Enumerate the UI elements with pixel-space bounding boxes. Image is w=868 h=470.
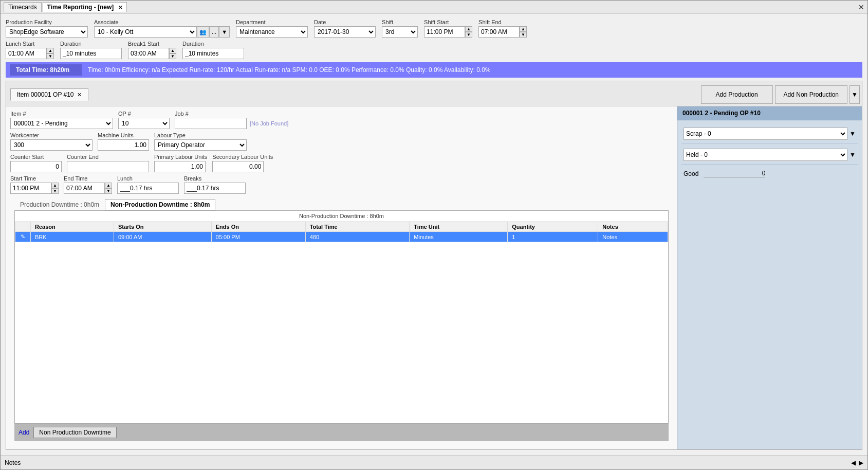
shift-start-down[interactable]: ▼ xyxy=(465,32,472,38)
end-time-input[interactable] xyxy=(64,183,105,194)
lunch-hrs-input[interactable] xyxy=(117,183,179,194)
lunch-start-down[interactable]: ▼ xyxy=(47,53,54,59)
window-close-button[interactable]: ✕ xyxy=(858,3,864,11)
workcenter-select[interactable]: 300 xyxy=(10,139,93,151)
breaks-hrs-input[interactable] xyxy=(184,183,246,194)
labour-type-select[interactable]: Primary Operator xyxy=(154,139,247,151)
break1-down[interactable]: ▼ xyxy=(169,53,176,59)
notes-next-icon[interactable]: ▶ xyxy=(859,459,863,466)
start-time-down[interactable]: ▼ xyxy=(51,188,59,194)
scrap-dropdown-arrow[interactable]: ▼ xyxy=(849,130,856,137)
add-production-button[interactable]: Add Production xyxy=(701,85,773,104)
break1-duration-input[interactable] xyxy=(182,48,244,59)
break1-up[interactable]: ▲ xyxy=(169,48,176,53)
item-tab-row: Item 000001 OP #10 ✕ Add Production Add … xyxy=(6,81,862,106)
shift-start-spin: ▲ ▼ xyxy=(424,26,472,38)
shift-start-up[interactable]: ▲ xyxy=(465,26,472,32)
machine-units-label: Machine Units xyxy=(98,132,149,138)
primary-labour-label: Primary Labour Units xyxy=(154,154,207,160)
held-dropdown-arrow[interactable]: ▼ xyxy=(849,151,856,158)
shift-select[interactable]: 3rd xyxy=(382,26,418,38)
end-time-up[interactable]: ▲ xyxy=(105,183,112,188)
end-time-spinners: ▲ ▼ xyxy=(105,183,112,194)
department-select[interactable]: Maintenance xyxy=(236,26,308,38)
associate-dropdown-button[interactable]: ▼ xyxy=(219,26,230,38)
lunch-hrs-group: Lunch xyxy=(117,175,179,194)
row-total-time: 480 xyxy=(305,232,410,242)
op-num-group: OP # 10 xyxy=(118,111,170,129)
production-downtime-tab[interactable]: Production Downtime : 0h0m xyxy=(14,199,105,210)
secondary-labour-input[interactable] xyxy=(212,161,264,172)
end-time-down[interactable]: ▼ xyxy=(105,188,112,194)
start-time-input[interactable] xyxy=(10,183,51,194)
associate-select[interactable]: 10 - Kelly Ott xyxy=(94,26,197,38)
secondary-labour-label: Secondary Labour Units xyxy=(212,154,273,160)
shift-end-down[interactable]: ▼ xyxy=(520,32,527,38)
end-time-label: End Time xyxy=(64,175,112,182)
row-edit-icon[interactable]: ✎ xyxy=(15,232,31,242)
notes-prev-icon[interactable]: ◀ xyxy=(851,459,856,466)
date-select[interactable]: 2017-01-30 xyxy=(314,26,376,38)
held-select[interactable]: Held - 0 xyxy=(684,149,847,161)
shift-end-input[interactable] xyxy=(478,26,520,38)
right-panel-header: 000001 2 - Pending OP #10 xyxy=(677,106,862,120)
scrap-select[interactable]: Scrap - 0 xyxy=(684,128,847,140)
break1-start-input[interactable] xyxy=(128,48,169,59)
op-num-label: OP # xyxy=(118,111,170,117)
item-num-group: Item # 000001 2 - Pending xyxy=(10,111,113,129)
item-num-select[interactable]: 000001 2 - Pending xyxy=(10,118,113,129)
tab-time-reporting[interactable]: Time Reporting - [new] ✕ xyxy=(43,2,127,12)
tab-close-icon[interactable]: ✕ xyxy=(118,5,122,10)
table-row[interactable]: ✎ BRK 09:00 AM 05:00 PM 480 Minutes 1 No… xyxy=(15,232,668,242)
panel-collapse-button[interactable]: ▼ xyxy=(849,85,860,104)
machine-units-input[interactable] xyxy=(98,139,149,151)
counter-start-input[interactable] xyxy=(10,161,62,172)
shift-label: Shift xyxy=(382,19,418,25)
non-production-downtime-tab[interactable]: Non-Production Downtime : 8h0m xyxy=(105,199,215,210)
primary-labour-input[interactable] xyxy=(154,161,206,172)
shift-end-up[interactable]: ▲ xyxy=(520,26,527,32)
lunch-start-up[interactable]: ▲ xyxy=(47,48,54,53)
job-num-input[interactable] xyxy=(175,118,247,129)
associate-people-button[interactable]: 👥 xyxy=(197,26,209,38)
item-tab[interactable]: Item 000001 OP #10 ✕ xyxy=(10,88,88,101)
shift-start-input[interactable] xyxy=(424,26,465,38)
start-time-up[interactable]: ▲ xyxy=(51,183,59,188)
counter-start-label: Counter Start xyxy=(10,154,62,160)
item-tab-close-icon[interactable]: ✕ xyxy=(77,92,82,98)
right-panel: 000001 2 - Pending OP #10 Scrap - 0 ▼ xyxy=(677,106,862,449)
col-total-time: Total Time xyxy=(305,222,410,232)
action-buttons: Add Production Add Non Production ▼ xyxy=(699,83,862,106)
titlebar: Timecards Time Reporting - [new] ✕ ✕ xyxy=(1,1,867,14)
good-row: Good xyxy=(681,167,858,180)
lunch-start-input[interactable] xyxy=(6,48,47,59)
non-production-downtime-button[interactable]: Non Production Downtime xyxy=(33,427,116,438)
tab-timecards[interactable]: Timecards xyxy=(4,2,42,12)
downtime-section: Production Downtime : 0h0m Non-Productio… xyxy=(10,197,673,445)
add-non-production-button[interactable]: Add Non Production xyxy=(775,85,847,104)
notes-bar: Notes ◀ ▶ xyxy=(1,455,867,469)
lunch-start-label: Lunch Start xyxy=(6,41,54,47)
associate-field: Associate 10 - Kelly Ott 👥 ... ▼ xyxy=(94,19,230,38)
secondary-labour-group: Secondary Labour Units xyxy=(212,154,273,172)
good-input[interactable] xyxy=(704,170,765,177)
associate-label: Associate xyxy=(94,19,230,25)
total-time: Total Time: 8h20m xyxy=(10,64,82,76)
shift-end-spin: ▲ ▼ xyxy=(478,26,527,38)
start-time-spin: ▲ ▼ xyxy=(10,183,59,194)
row-time-unit: Minutes xyxy=(410,232,508,242)
counter-end-input[interactable] xyxy=(67,161,149,172)
start-time-group: Start Time ▲ ▼ xyxy=(10,175,59,194)
break1-start-spinners: ▲ ▼ xyxy=(169,48,176,59)
machine-units-group: Machine Units xyxy=(98,132,149,151)
lunch-duration-input[interactable] xyxy=(60,48,122,59)
col-time-unit: Time Unit xyxy=(410,222,508,232)
lunch-break-row: Lunch Start ▲ ▼ Duration Break1 Start xyxy=(6,41,862,59)
break1-start-field: Break1 Start ▲ ▼ xyxy=(128,41,176,59)
stats-details: Time: 0h0m Efficiency: n/a Expected Run-… xyxy=(82,64,858,76)
production-facility-select[interactable]: ShopEdge Software xyxy=(6,26,88,38)
end-time-group: End Time ▲ ▼ xyxy=(64,175,112,194)
associate-dots-button[interactable]: ... xyxy=(209,26,219,38)
add-downtime-button[interactable]: Add xyxy=(19,429,29,436)
op-num-select[interactable]: 10 xyxy=(118,118,170,129)
